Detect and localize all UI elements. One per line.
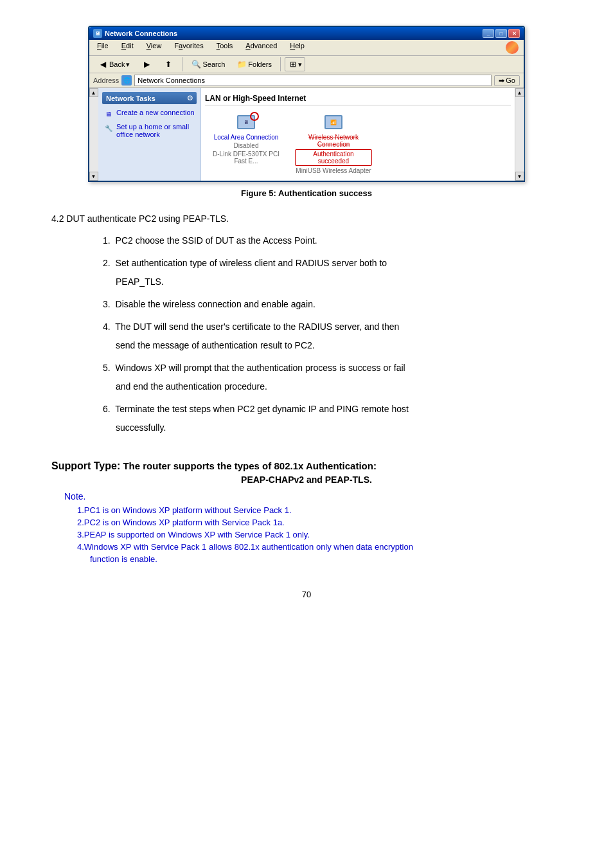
step-4-num: 4. bbox=[103, 321, 111, 332]
menu-file[interactable]: File bbox=[94, 41, 111, 54]
window-title: Network Connections bbox=[105, 30, 177, 37]
sidebar-collapse-icon[interactable]: ⊙ bbox=[187, 94, 193, 102]
sidebar-task-setup[interactable]: 🔧 Set up a home or small office network bbox=[102, 121, 197, 140]
views-button[interactable]: ⊞ ▾ bbox=[285, 57, 305, 71]
create-connection-icon: 🖥 bbox=[103, 109, 114, 119]
step-5-num: 5. bbox=[103, 363, 111, 373]
sidebar-section-header: Network Tasks ⊙ bbox=[102, 92, 197, 104]
step-4: 4. The DUT will send the user's certific… bbox=[103, 320, 562, 352]
wireless-adapter: MiniUSB Wireless Adapter bbox=[296, 167, 371, 174]
close-button[interactable]: ✕ bbox=[508, 29, 520, 38]
step-2-continuation: PEAP_TLS. bbox=[116, 275, 562, 289]
folders-icon: 📁 bbox=[236, 59, 247, 69]
folders-label: Folders bbox=[248, 60, 272, 68]
network-connections-window: 🖥 Network Connections _ □ ✕ File Edit Vi… bbox=[88, 26, 525, 182]
note-2: 2.PC2 is on Windows XP platform with Ser… bbox=[77, 518, 562, 527]
step-4-continuation: send the message of authentication resul… bbox=[116, 339, 562, 352]
note-label: Note. bbox=[64, 491, 562, 502]
support-type-label: Support Type: bbox=[51, 460, 120, 471]
wireless-network-connection[interactable]: 📶 Wireless Network Connection Authentica… bbox=[295, 112, 372, 174]
right-scrollbar[interactable]: ▲ ▼ bbox=[515, 88, 524, 181]
lan-name[interactable]: Local Area Connection bbox=[214, 134, 279, 141]
address-input[interactable] bbox=[134, 75, 492, 86]
step-6: 6. Terminate the test steps when PC2 get… bbox=[103, 402, 562, 435]
scroll-down-arrow[interactable]: ▼ bbox=[89, 172, 98, 181]
menu-edit[interactable]: Edit bbox=[119, 41, 136, 54]
disabled-indicator bbox=[250, 112, 259, 121]
menu-tools[interactable]: Tools bbox=[214, 41, 236, 54]
note-4-continuation: function is enable. bbox=[90, 554, 562, 564]
maximize-button[interactable]: □ bbox=[495, 29, 507, 38]
section-42-title: 4.2 DUT authenticate PC2 using PEAP-TLS. bbox=[51, 213, 562, 224]
titlebar-buttons: _ □ ✕ bbox=[483, 29, 520, 38]
local-area-icon: 🖥 bbox=[233, 112, 259, 132]
note-3: 3.PEAP is supported on Windows XP with S… bbox=[77, 530, 562, 539]
menubar: File Edit View Favorites Tools Advanced … bbox=[89, 40, 524, 56]
support-type-types: PEAP-CHAPv2 and PEAP-TLS. bbox=[51, 475, 562, 485]
xp-logo bbox=[506, 41, 519, 54]
step-1-num: 1. bbox=[103, 235, 111, 246]
scroll-up-arrow[interactable]: ▲ bbox=[89, 88, 98, 97]
step-2-text: Set authentication type of wireless clie… bbox=[116, 258, 387, 268]
search-label: Search bbox=[202, 60, 225, 68]
menu-help[interactable]: Help bbox=[287, 41, 307, 54]
step-5-continuation: and end the authentication procedure. bbox=[116, 380, 562, 393]
go-arrow-icon: ➡ bbox=[499, 77, 504, 85]
scroll-up-arrow-right[interactable]: ▲ bbox=[515, 88, 524, 97]
lan-status: Disabled bbox=[234, 142, 259, 149]
step-1: 1. PC2 choose the SSID of DUT as the Acc… bbox=[103, 234, 562, 248]
lan-adapter: D-Link DFE-530TX PCI Fast E... bbox=[208, 150, 285, 165]
page-number: 70 bbox=[39, 590, 574, 599]
views-icon: ⊞ bbox=[288, 59, 298, 69]
step-2: 2. Set authentication type of wireless c… bbox=[103, 257, 562, 289]
toolbar: ◀ Back ▾ ▶ ⬆ 🔍 Search 📁 Folders ⊞ ▾ bbox=[89, 56, 524, 73]
menu-view[interactable]: View bbox=[144, 41, 164, 54]
window-titlebar: 🖥 Network Connections _ □ ✕ bbox=[89, 27, 524, 40]
window-icon: 🖥 bbox=[93, 29, 102, 38]
menu-advanced[interactable]: Advanced bbox=[243, 41, 280, 54]
step-6-continuation: successfully. bbox=[116, 421, 562, 435]
connections-section-header: LAN or High-Speed Internet bbox=[205, 92, 511, 105]
notes-section: Note. 1.PC1 is on Windows XP platform wi… bbox=[64, 491, 562, 564]
search-button[interactable]: 🔍 Search bbox=[186, 57, 229, 71]
wireless-icon-container: 📶 bbox=[321, 112, 346, 132]
address-label: Address bbox=[93, 77, 119, 84]
wireless-status: Authentication succeeded bbox=[295, 149, 372, 166]
support-type-description: The router supports the types of 802.1x … bbox=[123, 460, 377, 471]
scroll-track-right bbox=[515, 97, 524, 172]
step-5-text: Windows XP will prompt that the authenti… bbox=[116, 363, 405, 373]
step-3: 3. Disable the wireless connection and e… bbox=[103, 298, 562, 311]
wireless-name[interactable]: Wireless Network Connection bbox=[295, 134, 372, 148]
support-type-section: Support Type: The router supports the ty… bbox=[51, 454, 562, 485]
sidebar-section-title: Network Tasks bbox=[106, 95, 155, 102]
step-5: 5. Windows XP will prompt that the authe… bbox=[103, 361, 562, 393]
toolbar-separator-2 bbox=[280, 57, 281, 71]
steps-list: 1. PC2 choose the SSID of DUT as the Acc… bbox=[103, 234, 562, 435]
back-icon: ◀ bbox=[98, 59, 108, 69]
window-content: ▲ ▼ Network Tasks ⊙ 🖥 Create a new conne… bbox=[89, 88, 524, 181]
addressbar: Address 🌐 ➡ Go bbox=[89, 73, 524, 88]
sidebar-task-create[interactable]: 🖥 Create a new connection bbox=[102, 107, 197, 121]
forward-button[interactable]: ▶ bbox=[137, 57, 156, 71]
step-6-num: 6. bbox=[103, 404, 111, 414]
step-3-text: Disable the wireless connection and enab… bbox=[116, 299, 315, 309]
back-button[interactable]: ◀ Back ▾ bbox=[93, 57, 134, 71]
document-content: 4.2 DUT authenticate PC2 using PEAP-TLS.… bbox=[39, 213, 574, 564]
up-button[interactable]: ⬆ bbox=[159, 57, 178, 71]
views-dropdown-icon: ▾ bbox=[298, 60, 302, 69]
minimize-button[interactable]: _ bbox=[483, 29, 494, 38]
folders-button[interactable]: 📁 Folders bbox=[232, 57, 276, 71]
back-label: Back bbox=[109, 60, 125, 68]
connections-area: 🖥 Local Area Connection Disabled D-Link … bbox=[205, 109, 511, 177]
address-icon: 🌐 bbox=[121, 75, 132, 86]
forward-icon: ▶ bbox=[141, 59, 152, 69]
left-scrollbar[interactable]: ▲ ▼ bbox=[89, 88, 98, 181]
scroll-down-arrow-right[interactable]: ▼ bbox=[515, 172, 524, 181]
go-button[interactable]: ➡ Go bbox=[494, 75, 520, 86]
local-area-connection[interactable]: 🖥 Local Area Connection Disabled D-Link … bbox=[208, 112, 285, 174]
menu-favorites[interactable]: Favorites bbox=[172, 41, 206, 54]
sidebar: Network Tasks ⊙ 🖥 Create a new connectio… bbox=[98, 88, 201, 181]
sidebar-task-setup-label: Set up a home or small office network bbox=[116, 123, 195, 138]
step-1-text: PC2 choose the SSID of DUT as the Access… bbox=[116, 235, 317, 246]
setup-network-icon: 🔧 bbox=[103, 123, 114, 133]
